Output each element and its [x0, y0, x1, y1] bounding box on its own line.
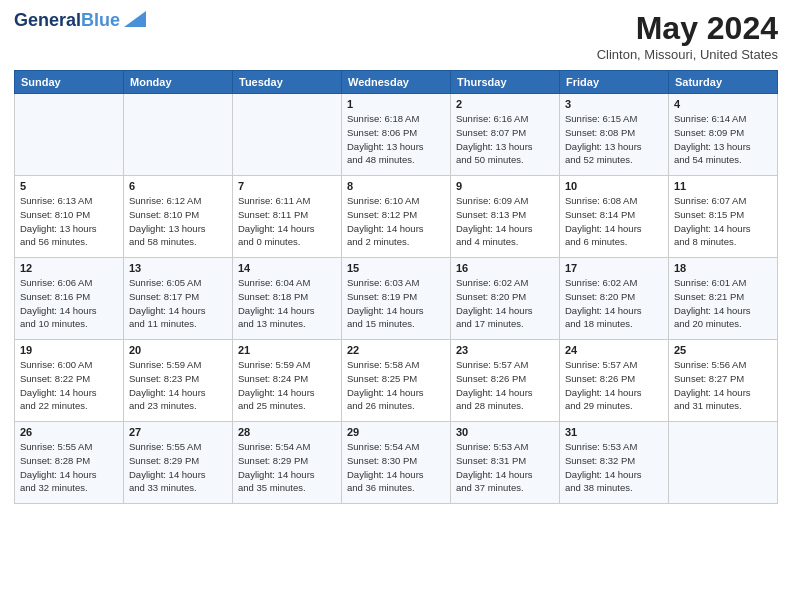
day-info: Sunrise: 6:06 AMSunset: 8:16 PMDaylight:…	[20, 276, 118, 331]
day-info: Sunrise: 6:14 AMSunset: 8:09 PMDaylight:…	[674, 112, 772, 167]
calendar-cell: 10Sunrise: 6:08 AMSunset: 8:14 PMDayligh…	[560, 176, 669, 258]
calendar-cell: 22Sunrise: 5:58 AMSunset: 8:25 PMDayligh…	[342, 340, 451, 422]
day-info: Sunrise: 5:55 AMSunset: 8:29 PMDaylight:…	[129, 440, 227, 495]
day-info: Sunrise: 5:56 AMSunset: 8:27 PMDaylight:…	[674, 358, 772, 413]
calendar-cell: 3Sunrise: 6:15 AMSunset: 8:08 PMDaylight…	[560, 94, 669, 176]
calendar-cell: 21Sunrise: 5:59 AMSunset: 8:24 PMDayligh…	[233, 340, 342, 422]
calendar-cell: 19Sunrise: 6:00 AMSunset: 8:22 PMDayligh…	[15, 340, 124, 422]
day-number: 8	[347, 180, 445, 192]
day-number: 2	[456, 98, 554, 110]
day-info: Sunrise: 6:16 AMSunset: 8:07 PMDaylight:…	[456, 112, 554, 167]
day-number: 30	[456, 426, 554, 438]
calendar-week-row: 12Sunrise: 6:06 AMSunset: 8:16 PMDayligh…	[15, 258, 778, 340]
day-number: 18	[674, 262, 772, 274]
page: GeneralBlue May 2024 Clinton, Missouri, …	[0, 0, 792, 612]
day-info: Sunrise: 5:54 AMSunset: 8:30 PMDaylight:…	[347, 440, 445, 495]
day-info: Sunrise: 5:57 AMSunset: 8:26 PMDaylight:…	[456, 358, 554, 413]
day-info: Sunrise: 5:53 AMSunset: 8:32 PMDaylight:…	[565, 440, 663, 495]
day-info: Sunrise: 6:02 AMSunset: 8:20 PMDaylight:…	[456, 276, 554, 331]
day-info: Sunrise: 6:04 AMSunset: 8:18 PMDaylight:…	[238, 276, 336, 331]
day-number: 15	[347, 262, 445, 274]
day-number: 7	[238, 180, 336, 192]
logo-icon	[124, 11, 146, 27]
day-number: 19	[20, 344, 118, 356]
calendar-cell: 16Sunrise: 6:02 AMSunset: 8:20 PMDayligh…	[451, 258, 560, 340]
calendar-cell: 2Sunrise: 6:16 AMSunset: 8:07 PMDaylight…	[451, 94, 560, 176]
calendar-cell: 24Sunrise: 5:57 AMSunset: 8:26 PMDayligh…	[560, 340, 669, 422]
calendar-day-header: Friday	[560, 71, 669, 94]
day-info: Sunrise: 6:01 AMSunset: 8:21 PMDaylight:…	[674, 276, 772, 331]
calendar-day-header: Thursday	[451, 71, 560, 94]
day-number: 26	[20, 426, 118, 438]
day-number: 9	[456, 180, 554, 192]
calendar-day-header: Monday	[124, 71, 233, 94]
day-info: Sunrise: 6:18 AMSunset: 8:06 PMDaylight:…	[347, 112, 445, 167]
calendar-cell: 27Sunrise: 5:55 AMSunset: 8:29 PMDayligh…	[124, 422, 233, 504]
day-info: Sunrise: 5:57 AMSunset: 8:26 PMDaylight:…	[565, 358, 663, 413]
day-number: 23	[456, 344, 554, 356]
calendar-cell	[124, 94, 233, 176]
day-number: 20	[129, 344, 227, 356]
calendar-header-row: SundayMondayTuesdayWednesdayThursdayFrid…	[15, 71, 778, 94]
calendar-cell: 6Sunrise: 6:12 AMSunset: 8:10 PMDaylight…	[124, 176, 233, 258]
main-title: May 2024	[597, 10, 778, 47]
calendar-week-row: 19Sunrise: 6:00 AMSunset: 8:22 PMDayligh…	[15, 340, 778, 422]
calendar-day-header: Tuesday	[233, 71, 342, 94]
calendar-day-header: Sunday	[15, 71, 124, 94]
day-info: Sunrise: 6:08 AMSunset: 8:14 PMDaylight:…	[565, 194, 663, 249]
day-info: Sunrise: 6:11 AMSunset: 8:11 PMDaylight:…	[238, 194, 336, 249]
day-number: 11	[674, 180, 772, 192]
calendar-cell: 23Sunrise: 5:57 AMSunset: 8:26 PMDayligh…	[451, 340, 560, 422]
day-number: 17	[565, 262, 663, 274]
calendar-cell: 15Sunrise: 6:03 AMSunset: 8:19 PMDayligh…	[342, 258, 451, 340]
day-number: 31	[565, 426, 663, 438]
day-info: Sunrise: 6:15 AMSunset: 8:08 PMDaylight:…	[565, 112, 663, 167]
day-number: 27	[129, 426, 227, 438]
calendar-cell: 8Sunrise: 6:10 AMSunset: 8:12 PMDaylight…	[342, 176, 451, 258]
calendar-week-row: 5Sunrise: 6:13 AMSunset: 8:10 PMDaylight…	[15, 176, 778, 258]
day-number: 12	[20, 262, 118, 274]
day-info: Sunrise: 5:59 AMSunset: 8:24 PMDaylight:…	[238, 358, 336, 413]
day-number: 21	[238, 344, 336, 356]
svg-marker-0	[124, 11, 146, 27]
day-info: Sunrise: 6:02 AMSunset: 8:20 PMDaylight:…	[565, 276, 663, 331]
calendar-cell: 17Sunrise: 6:02 AMSunset: 8:20 PMDayligh…	[560, 258, 669, 340]
calendar-cell: 13Sunrise: 6:05 AMSunset: 8:17 PMDayligh…	[124, 258, 233, 340]
day-info: Sunrise: 6:10 AMSunset: 8:12 PMDaylight:…	[347, 194, 445, 249]
calendar-day-header: Wednesday	[342, 71, 451, 94]
calendar-cell	[233, 94, 342, 176]
day-number: 29	[347, 426, 445, 438]
day-info: Sunrise: 5:59 AMSunset: 8:23 PMDaylight:…	[129, 358, 227, 413]
calendar-cell: 26Sunrise: 5:55 AMSunset: 8:28 PMDayligh…	[15, 422, 124, 504]
calendar-day-header: Saturday	[669, 71, 778, 94]
calendar-week-row: 1Sunrise: 6:18 AMSunset: 8:06 PMDaylight…	[15, 94, 778, 176]
day-number: 13	[129, 262, 227, 274]
logo-text: GeneralBlue	[14, 10, 120, 31]
calendar-cell: 7Sunrise: 6:11 AMSunset: 8:11 PMDaylight…	[233, 176, 342, 258]
logo: GeneralBlue	[14, 10, 146, 31]
day-number: 16	[456, 262, 554, 274]
day-info: Sunrise: 6:12 AMSunset: 8:10 PMDaylight:…	[129, 194, 227, 249]
day-number: 3	[565, 98, 663, 110]
calendar-cell: 14Sunrise: 6:04 AMSunset: 8:18 PMDayligh…	[233, 258, 342, 340]
day-info: Sunrise: 6:09 AMSunset: 8:13 PMDaylight:…	[456, 194, 554, 249]
day-number: 6	[129, 180, 227, 192]
calendar-body: 1Sunrise: 6:18 AMSunset: 8:06 PMDaylight…	[15, 94, 778, 504]
calendar-cell: 30Sunrise: 5:53 AMSunset: 8:31 PMDayligh…	[451, 422, 560, 504]
calendar-cell: 1Sunrise: 6:18 AMSunset: 8:06 PMDaylight…	[342, 94, 451, 176]
day-number: 14	[238, 262, 336, 274]
calendar-cell: 5Sunrise: 6:13 AMSunset: 8:10 PMDaylight…	[15, 176, 124, 258]
calendar-cell: 29Sunrise: 5:54 AMSunset: 8:30 PMDayligh…	[342, 422, 451, 504]
calendar-week-row: 26Sunrise: 5:55 AMSunset: 8:28 PMDayligh…	[15, 422, 778, 504]
subtitle: Clinton, Missouri, United States	[597, 47, 778, 62]
day-number: 22	[347, 344, 445, 356]
day-number: 10	[565, 180, 663, 192]
calendar-cell: 9Sunrise: 6:09 AMSunset: 8:13 PMDaylight…	[451, 176, 560, 258]
day-number: 25	[674, 344, 772, 356]
calendar-cell: 28Sunrise: 5:54 AMSunset: 8:29 PMDayligh…	[233, 422, 342, 504]
day-info: Sunrise: 5:58 AMSunset: 8:25 PMDaylight:…	[347, 358, 445, 413]
calendar-cell: 18Sunrise: 6:01 AMSunset: 8:21 PMDayligh…	[669, 258, 778, 340]
calendar-table: SundayMondayTuesdayWednesdayThursdayFrid…	[14, 70, 778, 504]
calendar-cell: 12Sunrise: 6:06 AMSunset: 8:16 PMDayligh…	[15, 258, 124, 340]
day-info: Sunrise: 6:13 AMSunset: 8:10 PMDaylight:…	[20, 194, 118, 249]
